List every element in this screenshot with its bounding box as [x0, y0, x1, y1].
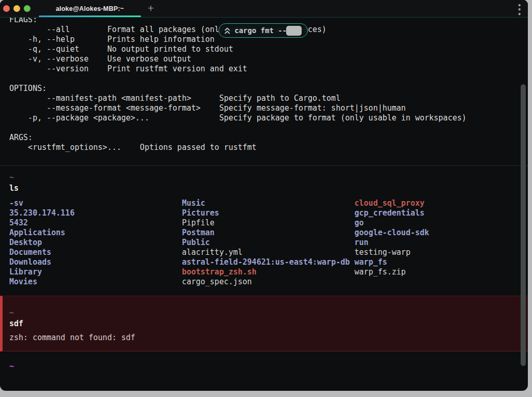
active-tab-underline [39, 16, 141, 17]
ls-entry: run [354, 238, 368, 247]
ls-entry: Library [9, 267, 42, 277]
ls-entry: cargo_spec.json [182, 277, 252, 286]
ls-output: -sv Music cloud_sql_proxy 35.230.174.116… [9, 198, 429, 287]
tab-title: aloke@Alokes-MBP:~ [56, 5, 124, 12]
ls-entry: Movies [9, 277, 37, 286]
input-block[interactable]: ~ [0, 354, 528, 390]
zoom-button[interactable] [24, 5, 30, 12]
prompt-symbol: ~ [9, 173, 14, 182]
titlebar: aloke@Alokes-MBP:~ + [0, 0, 528, 18]
ls-entry: Public [182, 238, 210, 247]
ls-entry: Applications [9, 228, 65, 237]
ls-entry: alacritty.yml [182, 248, 242, 257]
ls-entry: Documents [9, 248, 51, 257]
ls-entry: 35.230.174.116 [9, 208, 74, 218]
ls-entry: Music [182, 198, 205, 208]
ls-entry: warp_fs.zip [354, 267, 405, 277]
ls-command: ls [9, 184, 19, 193]
terminal-window: aloke@Alokes-MBP:~ + FLAGS: --all Format… [0, 0, 528, 391]
ls-entry: Pipfile [182, 218, 214, 227]
close-button[interactable] [3, 5, 10, 12]
ls-entry: gcp_credentials [354, 208, 424, 218]
ls-entry: Postman [182, 228, 214, 237]
kebab-menu-icon[interactable] [518, 4, 522, 14]
terminal-tab[interactable]: aloke@Alokes-MBP:~ [39, 0, 141, 17]
sticky-command-pill[interactable]: cargo fmt --he [218, 23, 308, 38]
error-message: zsh: command not found: sdf [9, 333, 135, 343]
minimize-button[interactable] [13, 5, 20, 12]
ls-entry: 5432 [9, 218, 28, 227]
sdf-command: sdf [9, 319, 23, 329]
cursor-block [286, 26, 302, 36]
scrollbar-thumb[interactable] [521, 84, 526, 366]
new-tab-button[interactable]: + [145, 3, 157, 14]
ls-entry: go [354, 218, 364, 227]
ls-entry: google-cloud-sdk [354, 228, 429, 237]
ls-entry: Downloads [9, 257, 51, 267]
ls-entry: warp_fs [354, 257, 387, 267]
ls-entry: cloud_sql_proxy [354, 198, 424, 208]
error-block: ~ sdf zsh: command not found: sdf [0, 296, 528, 352]
block-separator [0, 165, 528, 166]
prompt-symbol: ~ [9, 308, 14, 318]
ls-entry: astral-field-294621:us-east4:warp-db [182, 257, 350, 267]
ls-entry: Desktop [9, 238, 42, 247]
ls-entry: -sv [9, 198, 23, 208]
ls-entry: testing-warp [354, 248, 410, 257]
ls-entry: bootstrap_zsh.sh [182, 267, 257, 277]
current-prompt-symbol: ~ [9, 362, 14, 372]
ls-entry: Pictures [182, 208, 219, 218]
double-chevron-up-icon [224, 27, 230, 34]
